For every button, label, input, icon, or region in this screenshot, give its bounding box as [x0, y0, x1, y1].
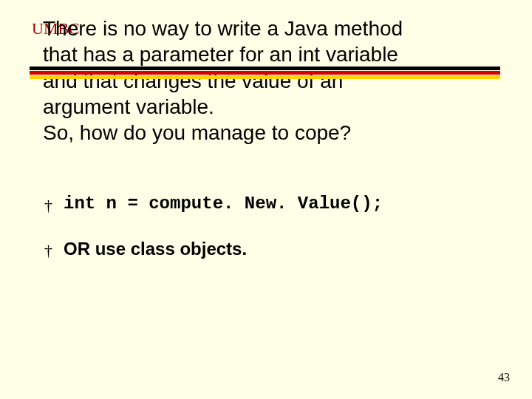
separator-line-yellow — [30, 75, 500, 79]
bullet-text: OR use class objects. — [64, 239, 247, 259]
separator-line-black — [30, 66, 500, 70]
bullet-text-code: int n = compute. New. Value(); — [64, 194, 383, 214]
list-item: † OR use class objects. — [44, 239, 495, 262]
dagger-icon: † — [44, 194, 64, 216]
page-number: 43 — [498, 371, 510, 384]
title-line-2: that has a parameter for an int variable — [43, 43, 398, 66]
slide-title: There is no way to write a Java method t… — [43, 16, 501, 146]
list-item: † int n = compute. New. Value(); — [44, 194, 495, 216]
slide: UMBC There is no way to write a Java met… — [0, 0, 532, 399]
title-line-4: argument variable. — [43, 95, 214, 118]
separator-line-red — [30, 71, 500, 75]
bullet-list: † int n = compute. New. Value(); † OR us… — [44, 194, 495, 283]
dagger-icon: † — [44, 239, 64, 262]
title-line-5: So, how do you manage to cope? — [43, 121, 351, 144]
separator-bar — [30, 66, 500, 80]
title-line-1: There is no way to write a Java method — [43, 17, 403, 40]
